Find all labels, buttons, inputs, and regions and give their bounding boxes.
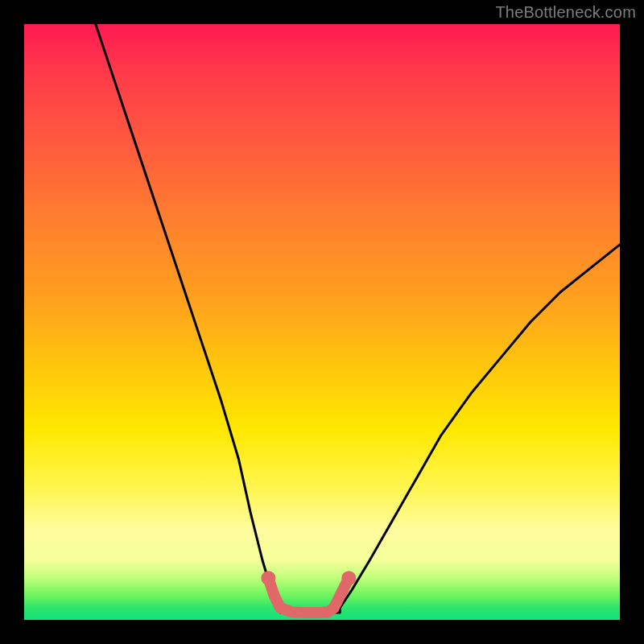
outer-frame: TheBottleneck.com	[0, 0, 644, 644]
black-curve	[96, 24, 620, 613]
pink-marker	[341, 571, 356, 585]
plot-area	[24, 24, 620, 620]
pink-marker	[261, 571, 275, 585]
watermark-text: TheBottleneck.com	[495, 3, 636, 22]
chart-svg	[24, 24, 620, 620]
series-group	[96, 24, 620, 613]
pink-bottom-segment	[268, 578, 349, 613]
